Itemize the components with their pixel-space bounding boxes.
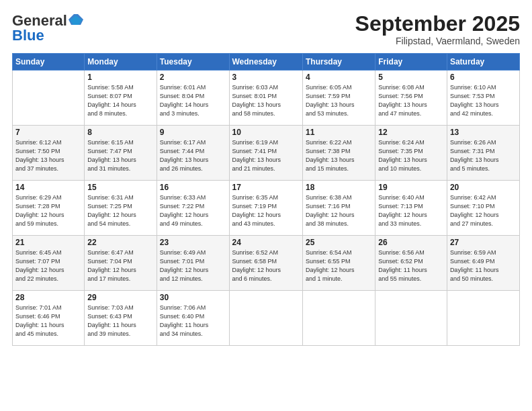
weekday-header-wednesday: Wednesday bbox=[229, 54, 302, 71]
calendar-cell: 13Sunrise: 6:26 AM Sunset: 7:31 PM Dayli… bbox=[447, 126, 519, 181]
month-title: September 2025 bbox=[355, 12, 520, 36]
weekday-header-thursday: Thursday bbox=[302, 54, 375, 71]
day-number: 24 bbox=[232, 238, 300, 247]
calendar-week-row: 1Sunrise: 5:58 AM Sunset: 8:07 PM Daylig… bbox=[13, 71, 520, 126]
day-info: Sunrise: 6:47 AM Sunset: 7:04 PM Dayligh… bbox=[87, 248, 153, 283]
day-number: 20 bbox=[450, 183, 517, 192]
title-area: September 2025 Filipstad, Vaermland, Swe… bbox=[355, 12, 520, 46]
day-info: Sunrise: 6:22 AM Sunset: 7:38 PM Dayligh… bbox=[306, 138, 372, 173]
day-number: 28 bbox=[15, 293, 81, 302]
day-info: Sunrise: 6:35 AM Sunset: 7:19 PM Dayligh… bbox=[232, 193, 300, 228]
calendar-week-row: 7Sunrise: 6:12 AM Sunset: 7:50 PM Daylig… bbox=[13, 126, 520, 181]
day-info: Sunrise: 6:26 AM Sunset: 7:31 PM Dayligh… bbox=[450, 138, 517, 173]
day-number: 16 bbox=[160, 183, 226, 192]
calendar-cell: 30Sunrise: 7:06 AM Sunset: 6:40 PM Dayli… bbox=[157, 291, 229, 346]
calendar-cell: 5Sunrise: 6:08 AM Sunset: 7:56 PM Daylig… bbox=[375, 71, 447, 126]
calendar-cell: 15Sunrise: 6:31 AM Sunset: 7:25 PM Dayli… bbox=[85, 181, 157, 236]
calendar-cell: 28Sunrise: 7:01 AM Sunset: 6:46 PM Dayli… bbox=[13, 291, 85, 346]
day-info: Sunrise: 6:29 AM Sunset: 7:28 PM Dayligh… bbox=[15, 193, 81, 228]
calendar-table: SundayMondayTuesdayWednesdayThursdayFrid… bbox=[12, 53, 520, 346]
calendar-cell: 14Sunrise: 6:29 AM Sunset: 7:28 PM Dayli… bbox=[13, 181, 85, 236]
day-number: 11 bbox=[306, 128, 372, 137]
day-number: 29 bbox=[87, 293, 153, 302]
day-number: 8 bbox=[87, 128, 153, 137]
calendar-cell: 2Sunrise: 6:01 AM Sunset: 8:04 PM Daylig… bbox=[157, 71, 229, 126]
day-info: Sunrise: 5:58 AM Sunset: 8:07 PM Dayligh… bbox=[87, 83, 153, 118]
day-number: 14 bbox=[15, 183, 81, 192]
calendar-cell: 9Sunrise: 6:17 AM Sunset: 7:44 PM Daylig… bbox=[157, 126, 229, 181]
page-header: General Blue September 2025 Filipstad, V… bbox=[12, 12, 520, 46]
calendar-cell: 7Sunrise: 6:12 AM Sunset: 7:50 PM Daylig… bbox=[13, 126, 85, 181]
day-number: 13 bbox=[450, 128, 517, 137]
calendar-cell: 24Sunrise: 6:52 AM Sunset: 6:58 PM Dayli… bbox=[229, 236, 302, 291]
day-number: 17 bbox=[232, 183, 300, 192]
calendar-cell: 1Sunrise: 5:58 AM Sunset: 8:07 PM Daylig… bbox=[85, 71, 157, 126]
weekday-header-row: SundayMondayTuesdayWednesdayThursdayFrid… bbox=[13, 54, 520, 71]
day-number: 3 bbox=[232, 73, 300, 82]
calendar-cell: 18Sunrise: 6:38 AM Sunset: 7:16 PM Dayli… bbox=[302, 181, 375, 236]
day-number: 18 bbox=[306, 183, 372, 192]
day-number: 1 bbox=[87, 73, 153, 82]
calendar-cell: 29Sunrise: 7:03 AM Sunset: 6:43 PM Dayli… bbox=[85, 291, 157, 346]
day-info: Sunrise: 6:59 AM Sunset: 6:49 PM Dayligh… bbox=[450, 248, 517, 283]
calendar-cell bbox=[302, 291, 375, 346]
weekday-header-sunday: Sunday bbox=[13, 54, 85, 71]
logo: General Blue bbox=[12, 12, 83, 44]
calendar-week-row: 21Sunrise: 6:45 AM Sunset: 7:07 PM Dayli… bbox=[13, 236, 520, 291]
calendar-cell: 6Sunrise: 6:10 AM Sunset: 7:53 PM Daylig… bbox=[447, 71, 519, 126]
calendar-week-row: 28Sunrise: 7:01 AM Sunset: 6:46 PM Dayli… bbox=[13, 291, 520, 346]
day-number: 12 bbox=[378, 128, 444, 137]
day-number: 30 bbox=[160, 293, 226, 302]
day-info: Sunrise: 6:42 AM Sunset: 7:10 PM Dayligh… bbox=[450, 193, 517, 228]
day-info: Sunrise: 6:56 AM Sunset: 6:52 PM Dayligh… bbox=[378, 248, 444, 283]
day-info: Sunrise: 6:45 AM Sunset: 7:07 PM Dayligh… bbox=[15, 248, 81, 283]
day-number: 26 bbox=[378, 238, 444, 247]
calendar-cell: 8Sunrise: 6:15 AM Sunset: 7:47 PM Daylig… bbox=[85, 126, 157, 181]
day-info: Sunrise: 6:33 AM Sunset: 7:22 PM Dayligh… bbox=[160, 193, 226, 228]
day-number: 4 bbox=[306, 73, 372, 82]
day-info: Sunrise: 6:10 AM Sunset: 7:53 PM Dayligh… bbox=[450, 83, 517, 118]
day-number: 2 bbox=[160, 73, 226, 82]
day-info: Sunrise: 6:08 AM Sunset: 7:56 PM Dayligh… bbox=[378, 83, 444, 118]
calendar-cell: 20Sunrise: 6:42 AM Sunset: 7:10 PM Dayli… bbox=[447, 181, 519, 236]
calendar-cell: 10Sunrise: 6:19 AM Sunset: 7:41 PM Dayli… bbox=[229, 126, 302, 181]
day-info: Sunrise: 6:05 AM Sunset: 7:59 PM Dayligh… bbox=[306, 83, 372, 118]
day-info: Sunrise: 7:03 AM Sunset: 6:43 PM Dayligh… bbox=[87, 304, 153, 338]
calendar-cell: 19Sunrise: 6:40 AM Sunset: 7:13 PM Dayli… bbox=[375, 181, 447, 236]
day-number: 21 bbox=[15, 238, 81, 247]
day-info: Sunrise: 6:03 AM Sunset: 8:01 PM Dayligh… bbox=[232, 83, 300, 118]
day-number: 5 bbox=[378, 73, 444, 82]
day-number: 9 bbox=[160, 128, 226, 137]
calendar-cell: 26Sunrise: 6:56 AM Sunset: 6:52 PM Dayli… bbox=[375, 236, 447, 291]
calendar-cell: 23Sunrise: 6:49 AM Sunset: 7:01 PM Dayli… bbox=[157, 236, 229, 291]
calendar-cell: 12Sunrise: 6:24 AM Sunset: 7:35 PM Dayli… bbox=[375, 126, 447, 181]
calendar-cell bbox=[375, 291, 447, 346]
calendar-cell: 17Sunrise: 6:35 AM Sunset: 7:19 PM Dayli… bbox=[229, 181, 302, 236]
calendar-cell bbox=[447, 291, 519, 346]
day-info: Sunrise: 6:12 AM Sunset: 7:50 PM Dayligh… bbox=[15, 138, 81, 173]
calendar-cell: 27Sunrise: 6:59 AM Sunset: 6:49 PM Dayli… bbox=[447, 236, 519, 291]
day-number: 15 bbox=[87, 183, 153, 192]
day-number: 6 bbox=[450, 73, 517, 82]
calendar-cell: 11Sunrise: 6:22 AM Sunset: 7:38 PM Dayli… bbox=[302, 126, 375, 181]
calendar-cell: 3Sunrise: 6:03 AM Sunset: 8:01 PM Daylig… bbox=[229, 71, 302, 126]
day-info: Sunrise: 6:52 AM Sunset: 6:58 PM Dayligh… bbox=[232, 248, 300, 283]
day-number: 25 bbox=[306, 238, 372, 247]
weekday-header-tuesday: Tuesday bbox=[157, 54, 229, 71]
day-info: Sunrise: 6:24 AM Sunset: 7:35 PM Dayligh… bbox=[378, 138, 444, 173]
subtitle: Filipstad, Vaermland, Sweden bbox=[355, 36, 520, 46]
day-number: 10 bbox=[232, 128, 300, 137]
calendar-cell bbox=[229, 291, 302, 346]
day-info: Sunrise: 6:01 AM Sunset: 8:04 PM Dayligh… bbox=[160, 83, 226, 118]
calendar-cell: 22Sunrise: 6:47 AM Sunset: 7:04 PM Dayli… bbox=[85, 236, 157, 291]
day-info: Sunrise: 6:15 AM Sunset: 7:47 PM Dayligh… bbox=[87, 138, 153, 173]
weekday-header-monday: Monday bbox=[85, 54, 157, 71]
calendar-cell: 21Sunrise: 6:45 AM Sunset: 7:07 PM Dayli… bbox=[13, 236, 85, 291]
day-info: Sunrise: 6:40 AM Sunset: 7:13 PM Dayligh… bbox=[378, 193, 444, 228]
day-number: 27 bbox=[450, 238, 517, 247]
calendar-cell: 16Sunrise: 6:33 AM Sunset: 7:22 PM Dayli… bbox=[157, 181, 229, 236]
calendar-cell: 25Sunrise: 6:54 AM Sunset: 6:55 PM Dayli… bbox=[302, 236, 375, 291]
day-info: Sunrise: 6:49 AM Sunset: 7:01 PM Dayligh… bbox=[160, 248, 226, 283]
weekday-header-friday: Friday bbox=[375, 54, 447, 71]
calendar-week-row: 14Sunrise: 6:29 AM Sunset: 7:28 PM Dayli… bbox=[13, 181, 520, 236]
